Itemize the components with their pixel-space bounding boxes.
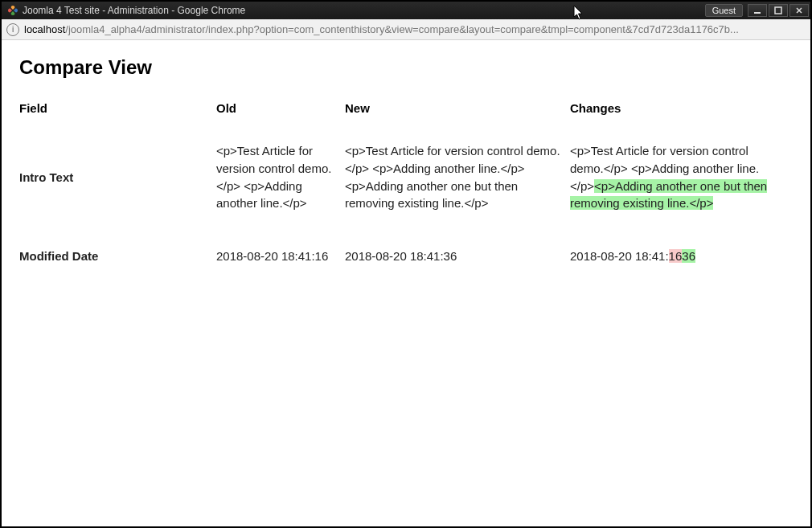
compare-table: Field Old New Changes Intro Text <p>Test…: [19, 98, 791, 289]
joomla-icon: [6, 4, 19, 17]
field-label: Modified Date: [19, 236, 216, 289]
changes-value: <p>Test Article for version control demo…: [570, 131, 791, 236]
page-title: Compare View: [19, 56, 802, 79]
window-title: Joomla 4 Test site - Administration - Go…: [23, 5, 705, 16]
diff-deleted: 16: [669, 249, 683, 263]
svg-line-2: [797, 8, 802, 13]
svg-rect-1: [775, 7, 781, 14]
table-row: Modified Date 2018-08-20 18:41:16 2018-0…: [19, 236, 791, 289]
url-text: localhost/joomla4_alpha4/administrator/i…: [24, 23, 807, 35]
diff-added: 36: [682, 249, 695, 263]
site-info-icon[interactable]: i: [6, 23, 19, 36]
svg-rect-0: [754, 12, 761, 14]
minimize-button[interactable]: [748, 4, 767, 17]
close-button[interactable]: [789, 4, 809, 17]
new-value: 2018-08-20 18:41:36: [345, 236, 570, 289]
table-row: Intro Text <p>Test Article for version c…: [19, 131, 791, 236]
url-path: /joomla4_alpha4/administrator/index.php?…: [65, 23, 739, 35]
col-old: Old: [216, 98, 345, 131]
col-changes: Changes: [570, 98, 791, 131]
col-field: Field: [19, 98, 216, 131]
diff-added: <p>Adding another one but then removing …: [570, 179, 767, 211]
table-header-row: Field Old New Changes: [19, 98, 791, 131]
col-new: New: [345, 98, 570, 131]
page-content: Compare View Field Old New Changes Intro…: [2, 40, 810, 526]
guest-badge[interactable]: Guest: [705, 4, 743, 17]
old-value: <p>Test Article for version control demo…: [216, 131, 345, 236]
url-host: localhost: [24, 23, 65, 35]
maximize-button[interactable]: [769, 4, 788, 17]
diff-unchanged: 2018-08-20 18:41:: [570, 249, 669, 263]
new-value: <p>Test Article for version control demo…: [345, 131, 570, 236]
svg-line-3: [797, 8, 802, 13]
changes-value: 2018-08-20 18:41:1636: [570, 236, 791, 289]
window-titlebar: Joomla 4 Test site - Administration - Go…: [2, 2, 810, 19]
old-value: 2018-08-20 18:41:16: [216, 236, 345, 289]
field-label: Intro Text: [19, 131, 216, 236]
address-bar[interactable]: i localhost/joomla4_alpha4/administrator…: [2, 19, 810, 40]
